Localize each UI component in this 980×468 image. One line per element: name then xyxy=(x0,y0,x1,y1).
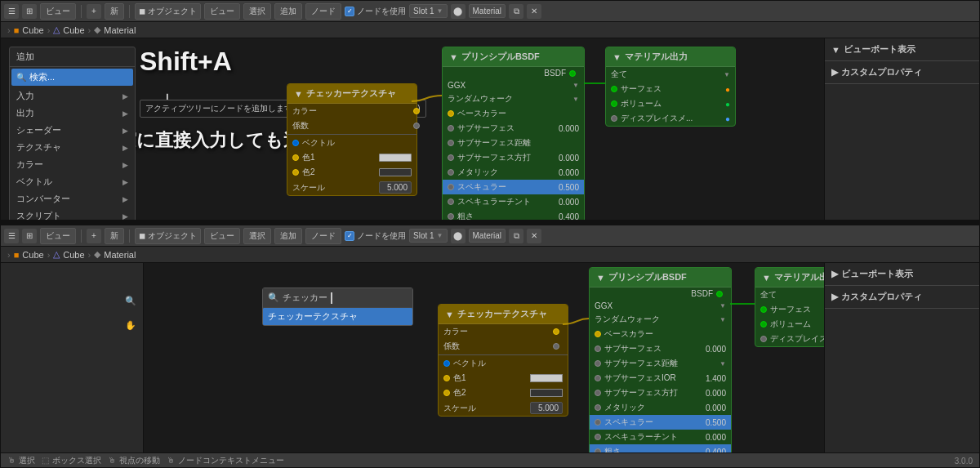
color1-socket[interactable] xyxy=(292,154,299,161)
view-icon[interactable]: ☰ xyxy=(4,4,19,19)
bottom-close[interactable]: ✕ xyxy=(527,229,541,243)
subsurface-socket[interactable] xyxy=(448,125,454,131)
vector-socket[interactable] xyxy=(292,140,299,146)
cb-color2-socket[interactable] xyxy=(443,390,450,396)
color-socket[interactable] xyxy=(413,108,420,114)
pb-ssdist-socket[interactable] xyxy=(595,360,601,367)
menu-item-input[interactable]: 入力▶ xyxy=(10,87,135,105)
close-icon[interactable]: ✕ xyxy=(527,4,541,19)
specular-socket[interactable] xyxy=(448,184,454,190)
bottom-slot[interactable]: Slot 1 ▼ xyxy=(409,229,448,243)
viewport-title[interactable]: ▼ ビューポート表示 xyxy=(831,43,973,56)
hand-icon[interactable]: ✋ xyxy=(125,320,136,331)
metallic-socket[interactable] xyxy=(448,169,454,176)
pb-basecolor-socket[interactable] xyxy=(595,331,601,337)
menu-item-color[interactable]: カラー▶ xyxy=(10,156,135,173)
bottom-grid-icon[interactable]: ⊞ xyxy=(22,229,37,243)
ss-dist-socket[interactable] xyxy=(448,140,454,146)
menu-item-script[interactable]: スクリプト▶ xyxy=(10,207,135,220)
mob-displace-socket[interactable] xyxy=(760,336,767,342)
menu-item-shader[interactable]: シェーダー▶ xyxy=(10,122,135,139)
base-color-socket[interactable] xyxy=(448,110,454,117)
bottom-view-icon[interactable]: ☰ xyxy=(4,229,19,243)
magnify-icon[interactable]: 🔍 xyxy=(125,296,136,306)
bottom-sphere[interactable]: ⬤ xyxy=(451,229,466,243)
material-output-top[interactable]: ▼ マテリアル出力 全て ▼ サーフェス ● ボリューム ● xyxy=(605,47,736,127)
displace-socket[interactable] xyxy=(611,115,617,122)
cb-color-socket[interactable] xyxy=(553,328,559,335)
add-menu-btn[interactable]: 追加 xyxy=(274,3,302,20)
cb-factor-socket[interactable] xyxy=(553,343,559,350)
pb-ssior-socket[interactable] xyxy=(595,375,601,381)
pb-metal-socket[interactable] xyxy=(595,404,601,411)
mob-volume-socket[interactable] xyxy=(760,321,767,328)
node-menu[interactable]: ノード xyxy=(305,3,341,20)
pb-bsdf-socket[interactable] xyxy=(716,291,723,297)
view-menu2[interactable]: ビュー xyxy=(204,3,240,20)
bottom-material[interactable]: Material xyxy=(469,229,506,243)
bottom-node[interactable]: ノード xyxy=(305,228,341,244)
bottom-use-nodes-cb[interactable]: ✓ xyxy=(345,231,354,241)
bottom-object-menu[interactable]: ◼ オブジェクト xyxy=(135,228,201,244)
bottom-select[interactable]: 選択 xyxy=(243,228,271,244)
cb-vector-socket[interactable] xyxy=(443,360,450,367)
cb-color1-swatch[interactable] xyxy=(530,374,563,382)
menu-item-texture[interactable]: テクスチャ▶ xyxy=(10,139,135,156)
cb-color1-socket[interactable] xyxy=(443,375,450,381)
bottom-custom-props-title[interactable]: ▶ カスタムプロパティ xyxy=(831,291,973,303)
scale-value[interactable]: 5.000 xyxy=(379,181,412,194)
pb-spec-socket[interactable] xyxy=(595,419,601,426)
color1-swatch[interactable] xyxy=(379,154,412,162)
color2-swatch[interactable] xyxy=(379,168,412,176)
material-dropdown[interactable]: Material xyxy=(469,4,506,18)
add-icon[interactable]: + xyxy=(87,4,101,19)
pb-ssdir-socket[interactable] xyxy=(595,390,601,396)
bottom-view-menu[interactable]: ビュー xyxy=(40,228,76,244)
slot-dropdown[interactable]: Slot 1 ▼ xyxy=(409,4,448,18)
principled-bsdf-top[interactable]: ▼ プリンシプルBSDF BSDF GGX ▼ ランダムウォーク ▼ ベ xyxy=(442,47,585,220)
search-result-1[interactable]: チェッカーテクスチャ xyxy=(263,308,412,325)
use-nodes-checkbox[interactable]: ✓ xyxy=(345,7,354,16)
copy-icon[interactable]: ⧉ xyxy=(509,4,523,19)
ss-dir-socket[interactable] xyxy=(448,154,454,161)
menu-item-vector[interactable]: ベクトル▶ xyxy=(10,173,135,190)
search-box[interactable]: 🔍 検索... xyxy=(11,69,133,86)
checker-node-top[interactable]: ▼ チェッカーテクスチャ カラー 係数 ベクトル xyxy=(287,83,417,196)
object-menu[interactable]: ◼ オブジェクト xyxy=(135,3,201,20)
bottom-add-icon[interactable]: + xyxy=(87,229,101,243)
menu-item-output[interactable]: 出力▶ xyxy=(10,105,135,122)
breadcrumb-cube2[interactable]: Cube xyxy=(63,25,84,35)
use-nodes-toggle[interactable]: ✓ ノードを使用 xyxy=(345,6,406,17)
new-btn[interactable]: 新 xyxy=(105,3,124,20)
checker-node-bottom[interactable]: ▼ チェッカーテクスチャ カラー 係数 ベクトル xyxy=(438,304,568,417)
bottom-view2[interactable]: ビュー xyxy=(204,228,240,244)
bottom-cube1[interactable]: Cube xyxy=(22,250,43,260)
factor-socket[interactable] xyxy=(413,123,420,129)
breadcrumb-cube1[interactable]: Cube xyxy=(22,25,43,35)
surface-socket[interactable] xyxy=(611,86,617,92)
select-menu[interactable]: 選択 xyxy=(243,3,271,20)
spec-tint-socket[interactable] xyxy=(448,198,454,205)
pb-spectint-socket[interactable] xyxy=(595,434,601,440)
bottom-copy[interactable]: ⧉ xyxy=(509,229,523,243)
cb-scale-value[interactable]: 5.000 xyxy=(530,402,563,414)
menu-item-converter[interactable]: コンバーター▶ xyxy=(10,190,135,207)
bottom-material[interactable]: Material xyxy=(104,250,136,260)
search-field[interactable]: 🔍 チェッカー xyxy=(263,288,412,308)
bottom-add[interactable]: 追加 xyxy=(274,228,302,244)
custom-props-title[interactable]: ▶ カスタムプロパティ xyxy=(831,66,973,78)
pb-ss-socket[interactable] xyxy=(595,345,601,352)
volume-socket[interactable] xyxy=(611,100,617,107)
roughness-socket[interactable] xyxy=(448,213,454,220)
principled-bsdf-bottom[interactable]: ▼ プリンシプルBSDF BSDF GGX ▼ ランダムウォーク ▼ ベ xyxy=(589,267,732,452)
grid-icon[interactable]: ⊞ xyxy=(22,4,37,19)
bottom-new-btn[interactable]: 新 xyxy=(105,228,124,244)
bottom-cube2[interactable]: Cube xyxy=(63,250,84,260)
color2-socket[interactable] xyxy=(292,169,299,176)
view-menu[interactable]: ビュー xyxy=(40,3,76,20)
sphere-icon[interactable]: ⬤ xyxy=(451,4,466,19)
breadcrumb-material[interactable]: Material xyxy=(104,25,136,35)
bsdf-socket[interactable] xyxy=(569,70,576,77)
bottom-use-nodes[interactable]: ✓ ノードを使用 xyxy=(345,230,406,242)
mob-surface-socket[interactable] xyxy=(760,306,767,313)
